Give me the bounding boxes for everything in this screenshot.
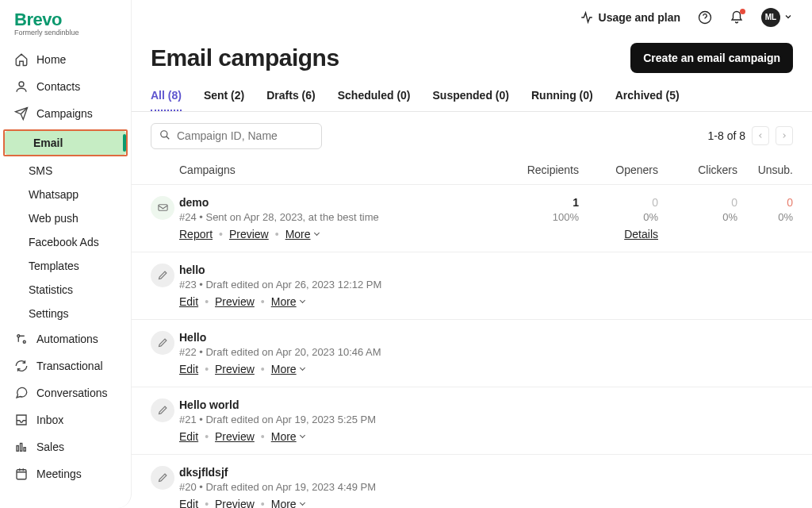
sidebar-item-label: Meetings <box>36 468 82 480</box>
edit-link[interactable]: Edit <box>179 498 198 508</box>
page-header: Email campaigns Create an email campaign <box>132 35 812 83</box>
svg-rect-6 <box>17 470 26 479</box>
help-icon[interactable] <box>698 10 712 25</box>
more-menu[interactable]: More <box>271 295 304 308</box>
sidebar-item-label: Campaigns <box>36 107 93 120</box>
row-actions: Edit• Preview• More <box>179 295 500 308</box>
user-icon <box>14 79 29 94</box>
tab-running[interactable]: Running (0) <box>531 83 593 111</box>
pencil-icon <box>151 398 174 422</box>
preview-link[interactable]: Preview <box>229 228 269 241</box>
table-row[interactable]: hello #23 • Draft edited on Apr 26, 2023… <box>132 252 812 319</box>
sidebar-item-label: Web push <box>29 212 79 225</box>
more-menu[interactable]: More <box>271 498 304 508</box>
column-clickers: Clickers <box>658 164 737 176</box>
tab-suspended[interactable]: Suspended (0) <box>433 83 509 111</box>
preview-link[interactable]: Preview <box>215 430 255 443</box>
sidebar-item-label: SMS <box>29 164 52 177</box>
more-menu[interactable]: More <box>271 430 304 443</box>
svg-point-1 <box>17 335 20 337</box>
sidebar-item-sales[interactable]: Sales <box>0 433 131 460</box>
refresh-icon <box>14 359 29 373</box>
tab-drafts[interactable]: Drafts (6) <box>266 83 315 111</box>
automation-icon <box>14 332 29 346</box>
column-recipients: Recipients <box>500 164 579 176</box>
chat-icon <box>14 386 29 400</box>
svg-point-2 <box>23 341 25 343</box>
chevron-down-icon <box>300 500 305 506</box>
svg-point-0 <box>19 82 24 87</box>
search-input[interactable] <box>177 129 316 142</box>
tab-scheduled[interactable]: Scheduled (0) <box>338 83 411 111</box>
pencil-icon <box>151 331 174 355</box>
sidebar-item-label: Inbox <box>36 414 63 426</box>
sidebar-subitem-sms[interactable]: SMS <box>0 159 131 183</box>
brand-tagline: Formerly sendinblue <box>14 29 118 37</box>
notifications-icon[interactable] <box>730 10 744 25</box>
table-row[interactable]: Hello #22 • Draft edited on Apr 20, 2023… <box>132 319 812 387</box>
details-link[interactable]: Details <box>624 228 658 241</box>
row-actions: Edit• Preview• More <box>179 363 500 375</box>
sidebar-item-campaigns[interactable]: Campaigns <box>0 100 131 127</box>
preview-link[interactable]: Preview <box>215 498 255 508</box>
tab-archived[interactable]: Archived (5) <box>615 83 680 111</box>
sidebar-item-label: Templates <box>29 260 79 272</box>
sidebar-item-label: Facebook Ads <box>29 236 99 248</box>
sidebar: Brevo Formerly sendinblue Home Contacts … <box>0 0 132 508</box>
report-link[interactable]: Report <box>179 228 213 241</box>
sidebar-item-contacts[interactable]: Contacts <box>0 73 131 100</box>
recipients-pct: 100% <box>500 211 579 223</box>
page-title: Email campaigns <box>151 44 339 71</box>
table-row[interactable]: dksjfldsjf #20 • Draft edited on Apr 19,… <box>132 454 812 508</box>
usage-plan-link[interactable]: Usage and plan <box>580 10 680 25</box>
sidebar-item-inbox[interactable]: Inbox <box>0 406 131 433</box>
sidebar-item-label: Whatsapp <box>29 188 79 201</box>
sidebar-item-automations[interactable]: Automations <box>0 325 131 352</box>
edit-link[interactable]: Edit <box>179 363 198 375</box>
sidebar-item-label: Home <box>36 53 66 66</box>
column-openers: Openers <box>579 164 658 176</box>
sidebar-subitem-email[interactable]: Email <box>5 131 126 155</box>
campaign-name: dksjfldsjf <box>179 466 500 479</box>
sidebar-item-label: Transactional <box>36 360 103 372</box>
topbar: Usage and plan ML <box>132 0 812 35</box>
more-menu[interactable]: More <box>271 363 304 375</box>
tab-all[interactable]: All (8) <box>151 83 182 111</box>
table-row[interactable]: demo #24 • Sent on Apr 28, 2023, at the … <box>132 184 812 252</box>
preview-link[interactable]: Preview <box>215 295 255 308</box>
sidebar-item-label: Statistics <box>29 283 73 296</box>
calendar-icon <box>14 467 29 481</box>
sidebar-subitem-statistics[interactable]: Statistics <box>0 278 131 302</box>
page-prev-button[interactable] <box>752 126 769 145</box>
page-next-button[interactable] <box>776 126 793 145</box>
svg-rect-4 <box>21 444 22 452</box>
campaign-name: hello <box>179 264 500 276</box>
sidebar-item-label: Settings <box>29 307 69 320</box>
tab-sent[interactable]: Sent (2) <box>204 83 244 111</box>
sidebar-subitem-templates[interactable]: Templates <box>0 254 131 278</box>
sidebar-item-transactional[interactable]: Transactional <box>0 352 131 379</box>
sidebar-item-conversations[interactable]: Conversations <box>0 379 131 406</box>
sidebar-item-home[interactable]: Home <box>0 46 131 73</box>
search-box[interactable] <box>151 123 322 149</box>
sidebar-subitem-facebook[interactable]: Facebook Ads <box>0 230 131 254</box>
svg-rect-3 <box>17 446 18 452</box>
toolbar: 1-8 of 8 <box>132 112 812 149</box>
openers-pct: 0% <box>579 211 658 223</box>
edit-link[interactable]: Edit <box>179 295 198 308</box>
sidebar-subitem-webpush[interactable]: Web push <box>0 206 131 230</box>
brand[interactable]: Brevo Formerly sendinblue <box>0 0 131 41</box>
campaign-meta: #20 • Draft edited on Apr 19, 2023 4:49 … <box>179 481 500 493</box>
svg-rect-9 <box>158 205 167 211</box>
sidebar-item-meetings[interactable]: Meetings <box>0 460 131 487</box>
sidebar-subitem-whatsapp[interactable]: Whatsapp <box>0 183 131 206</box>
create-campaign-button[interactable]: Create an email campaign <box>630 43 793 73</box>
recipients-value: 1 <box>500 196 579 209</box>
chevron-down-icon <box>314 230 320 236</box>
account-menu[interactable]: ML <box>761 8 793 27</box>
table-row[interactable]: Hello world #21 • Draft edited on Apr 19… <box>132 387 812 454</box>
more-menu[interactable]: More <box>285 228 319 241</box>
sidebar-subitem-settings[interactable]: Settings <box>0 302 131 325</box>
preview-link[interactable]: Preview <box>215 363 255 375</box>
edit-link[interactable]: Edit <box>179 430 198 443</box>
